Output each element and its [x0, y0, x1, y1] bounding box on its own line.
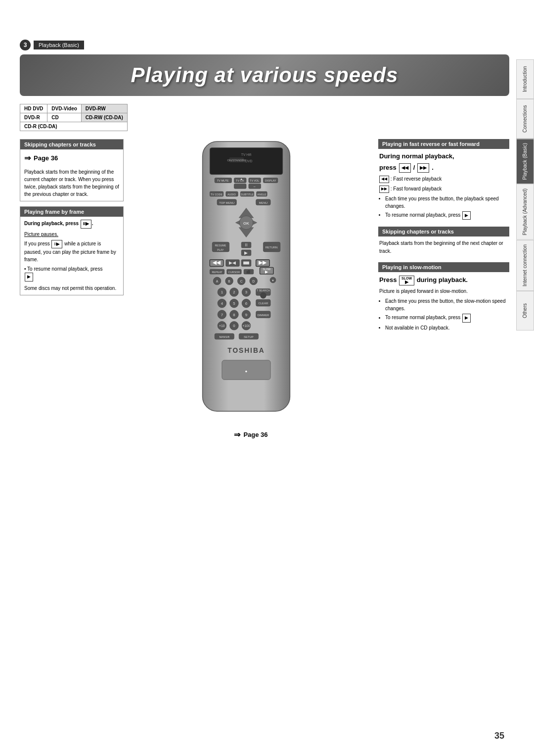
- skip-chapters-box: Skipping chapters or tracks ⇒ Page 36 Pl…: [20, 139, 124, 201]
- svg-text:5: 5: [233, 301, 235, 306]
- svg-text:TV CODE: TV CODE: [211, 193, 222, 196]
- svg-text:DISPLAY: DISPLAY: [265, 179, 276, 182]
- svg-text:4: 4: [221, 301, 223, 306]
- svg-text:OK: OK: [243, 221, 249, 226]
- disc-table: HD DVD DVD-Video DVD-RW DVD-R CD CD-RW (…: [20, 104, 128, 131]
- skip-section-body: Playback starts from the beginning of th…: [378, 239, 509, 255]
- page-ref-arrow: ⇒: [24, 152, 31, 164]
- svg-text:●: ●: [245, 369, 247, 374]
- svg-text:CLEAR: CLEAR: [258, 302, 268, 305]
- chapter-number: 3: [20, 40, 31, 50]
- rw-icon: ◀◀: [379, 176, 389, 183]
- svg-text:A: A: [216, 280, 218, 283]
- svg-text:C: C: [240, 280, 242, 283]
- disc-dvdr: DVD-R: [20, 113, 47, 122]
- tab-internet[interactable]: Internet connection: [516, 240, 534, 291]
- chapter-header: 3 Playback (Basic): [20, 40, 509, 50]
- page-title: Playing at various speeds: [35, 63, 494, 87]
- resume-btn-icon: ▶: [25, 273, 33, 282]
- page-number: 35: [494, 731, 504, 741]
- svg-text:B: B: [228, 280, 230, 283]
- page-ref-top: ⇒ Page 36: [24, 152, 119, 164]
- ffwd-btn: ▶▶: [417, 163, 429, 172]
- fast-section-header: Playing in fast reverse or fast forward: [378, 139, 509, 149]
- svg-text:–: –: [253, 185, 255, 188]
- remote-svg: TV Hifi TV/DVD ON/STANDBY TV MUTE TV CH …: [182, 139, 311, 416]
- svg-text:D: D: [252, 280, 255, 283]
- disc-dvdvideo: DVD-Video: [47, 104, 82, 113]
- svg-text:3: 3: [245, 290, 247, 294]
- title-banner: Playing at various speeds: [20, 54, 509, 96]
- disc-cdrw: CD-RW (CD-DA): [81, 113, 127, 122]
- ff-icon: ▶▶: [379, 186, 389, 193]
- disc-dvdrw: DVD-RW: [81, 104, 127, 113]
- svg-text:▲: ▲: [239, 177, 243, 181]
- main-content: 3 Playback (Basic) Playing at various sp…: [20, 40, 509, 736]
- frame-by-frame-header: Playing frame by frame: [20, 207, 123, 217]
- disc-cdr: CD-R (CD-DA): [20, 122, 128, 131]
- svg-text:6: 6: [245, 301, 247, 306]
- svg-text:CURSOR: CURSOR: [228, 271, 239, 274]
- svg-text:ON/STANDBY: ON/STANDBY: [227, 159, 246, 162]
- svg-text:+10: +10: [219, 324, 225, 328]
- slow-section-header: Playing in slow-motion: [378, 262, 509, 272]
- svg-text:AUDIO: AUDIO: [227, 193, 235, 196]
- tab-connections[interactable]: Connections: [516, 99, 534, 139]
- svg-text:▶◀: ▶◀: [229, 260, 236, 265]
- svg-text:TV MUTE: TV MUTE: [217, 179, 229, 182]
- tab-introduction[interactable]: Introduction: [516, 59, 534, 99]
- fast-section-body: During normal playback, press ◀◀ / ▶▶. ◀…: [378, 152, 509, 220]
- skip-section: Skipping chapters or tracks Playback sta…: [378, 227, 509, 255]
- remote-container: TV Hifi TV/DVD ON/STANDBY TV MUTE TV CH …: [182, 139, 320, 426]
- svg-text:7: 7: [221, 313, 222, 317]
- svg-text:0: 0: [233, 324, 235, 328]
- svg-text:DIMMER: DIMMER: [257, 314, 269, 317]
- left-panel: Skipping chapters or tracks ⇒ Page 36 Pl…: [20, 139, 124, 300]
- fast-section: Playing in fast reverse or fast forward …: [378, 139, 509, 220]
- frame-by-frame-box: Playing frame by frame During playback, …: [20, 206, 124, 295]
- center-panel: TV Hifi TV/DVD ON/STANDBY TV MUTE TV CH …: [129, 139, 373, 439]
- tab-playback-advanced[interactable]: Playback (Advanced): [516, 184, 534, 240]
- svg-text:⬛: ⬛: [246, 270, 251, 274]
- side-tabs: Introduction Connections Playback (Basic…: [516, 59, 534, 331]
- svg-text:TOSHIBA: TOSHIBA: [227, 347, 265, 354]
- play-resume-btn: ▶: [462, 211, 471, 220]
- svg-text:▼: ▼: [271, 279, 274, 282]
- slow-section: Playing in slow-motion Press SLOW ▶ duri…: [378, 262, 509, 331]
- svg-text:▶: ▶: [244, 250, 248, 255]
- svg-text:1: 1: [221, 290, 222, 294]
- svg-text:RESUME: RESUME: [215, 244, 226, 247]
- skip-section-header: Skipping chapters or tracks: [378, 227, 509, 236]
- chapter-label: Playback (Basic): [34, 41, 84, 49]
- svg-text:9: 9: [245, 313, 247, 317]
- disc-hddvd: HD DVD: [20, 104, 47, 113]
- page-ref-arrow-bottom: ⇒: [234, 430, 240, 439]
- tab-others[interactable]: Others: [516, 291, 534, 331]
- svg-text:◀◀: ◀◀: [212, 260, 221, 265]
- svg-text:RETURN: RETURN: [265, 246, 277, 249]
- svg-text:PLAY: PLAY: [217, 248, 224, 251]
- skip-chapters-header: Skipping chapters or tracks: [20, 140, 123, 149]
- svg-rect-16: [234, 184, 246, 189]
- svg-text:SETUP: SETUP: [244, 335, 254, 338]
- svg-text:2: 2: [233, 290, 235, 294]
- page-ref-bottom: ⇒ Page 36: [234, 430, 267, 439]
- svg-text:II: II: [245, 242, 247, 247]
- svg-rect-51: [243, 262, 249, 265]
- step-btn-icon: II▶: [51, 240, 62, 249]
- tab-playback-basic[interactable]: Playback (Basic): [516, 139, 534, 184]
- disc-cd: CD: [47, 113, 82, 122]
- rewind-btn: ◀◀: [399, 163, 411, 172]
- svg-text:TV VOL: TV VOL: [250, 179, 259, 182]
- svg-text:MENU: MENU: [259, 201, 267, 204]
- svg-text:SUBTITLE: SUBTITLE: [241, 193, 254, 196]
- content-row: Skipping chapters or tracks ⇒ Page 36 Pl…: [20, 139, 509, 439]
- frame-by-frame-body: During playback, press II▶. Picture paus…: [20, 217, 123, 295]
- skip-chapters-body: ⇒ Page 36 Playback starts from the begin…: [20, 149, 123, 201]
- svg-text:T SEARCH: T SEARCH: [256, 289, 269, 292]
- svg-text:TOP MENU: TOP MENU: [219, 201, 234, 204]
- svg-text:MANS/B: MANS/B: [219, 335, 229, 338]
- slow-resume-btn: ▶: [462, 314, 471, 323]
- svg-text:+100: +100: [242, 324, 250, 328]
- svg-text:TV Hifi: TV Hifi: [241, 153, 251, 156]
